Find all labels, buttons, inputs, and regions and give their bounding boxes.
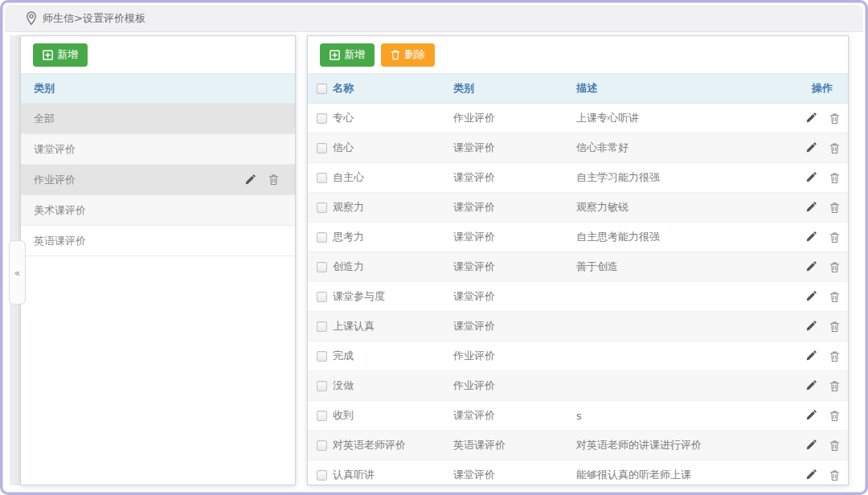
table-row[interactable]: 课堂参与度 课堂评价 <box>308 282 848 312</box>
edit-row-icon[interactable] <box>805 440 817 451</box>
row-checkbox[interactable] <box>317 143 327 153</box>
edit-row-icon[interactable] <box>805 321 817 332</box>
row-checkbox[interactable] <box>317 351 327 362</box>
table-row[interactable]: 观察力 课堂评价 观察力敏锐 <box>308 193 848 223</box>
category-label: 作业评价 <box>34 173 244 187</box>
edit-row-icon[interactable] <box>805 410 817 421</box>
delete-row-icon[interactable] <box>829 172 840 184</box>
table-row[interactable]: 专心 作业评价 上课专心听讲 <box>308 104 848 133</box>
cell-category: 课堂评价 <box>453 468 576 482</box>
delete-row-icon[interactable] <box>829 350 840 362</box>
table-row[interactable]: 没做 作业评价 <box>308 371 848 401</box>
cell-description: 自主思考能力很强 <box>576 230 790 244</box>
cell-category: 课堂评价 <box>453 200 576 215</box>
column-header-actions: 操作 <box>790 81 849 96</box>
row-checkbox[interactable] <box>317 173 327 183</box>
collapse-panel-tab[interactable]: « <box>9 240 26 305</box>
edit-row-icon[interactable] <box>805 172 817 183</box>
table-row[interactable]: 自主心 课堂评价 自主学习能力很强 <box>308 163 848 193</box>
table-row[interactable]: 对英语老师评价 英语课评价 对英语老师的讲课进行评价 <box>308 431 848 460</box>
cell-name: 课堂参与度 <box>333 289 453 304</box>
delete-row-icon[interactable] <box>829 380 840 392</box>
row-checkbox[interactable] <box>317 470 327 481</box>
edit-row-icon[interactable] <box>805 350 817 362</box>
category-label: 课堂评价 <box>34 142 279 157</box>
category-list-item[interactable]: 课堂评价 <box>21 134 295 165</box>
cell-category: 英语课评价 <box>453 438 576 452</box>
breadcrumb: 师生信>设置评价模板 <box>5 5 863 32</box>
template-table-body: 专心 作业评价 上课专心听讲 信心 课堂评价 信心非 <box>308 104 848 485</box>
column-header-name: 名称 <box>333 81 453 96</box>
column-header-category: 类别 <box>453 81 576 96</box>
row-checkbox[interactable] <box>317 440 327 451</box>
delete-row-icon[interactable] <box>829 291 840 303</box>
edit-row-icon[interactable] <box>805 469 817 481</box>
cell-description: 上课专心听讲 <box>576 111 790 125</box>
cell-name: 专心 <box>333 111 453 125</box>
delete-template-button[interactable]: 删除 <box>381 43 435 67</box>
chevron-left-double-icon: « <box>14 267 21 279</box>
cell-name: 创造力 <box>333 260 453 274</box>
delete-row-icon[interactable] <box>829 112 840 125</box>
category-list-item[interactable]: 美术课评价 <box>21 195 295 226</box>
delete-row-icon[interactable] <box>829 410 840 422</box>
edit-row-icon[interactable] <box>805 112 817 124</box>
plus-square-icon <box>43 50 53 60</box>
edit-row-icon[interactable] <box>805 261 817 272</box>
cell-description: 信心非常好 <box>576 141 790 155</box>
edit-row-icon[interactable] <box>805 291 817 302</box>
cell-name: 没做 <box>333 378 453 393</box>
cell-category: 课堂评价 <box>453 170 576 185</box>
add-category-button[interactable]: 新增 <box>33 43 88 67</box>
row-checkbox[interactable] <box>317 321 327 332</box>
cell-description: 自主学习能力很强 <box>576 170 790 185</box>
table-row[interactable]: 上课认真 课堂评价 <box>308 312 848 342</box>
delete-row-icon[interactable] <box>829 440 840 452</box>
app-frame: 师生信>设置评价模板 « 新增 类别 全部 <box>0 0 868 495</box>
table-row[interactable]: 思考力 课堂评价 自主思考能力很强 <box>308 223 848 252</box>
edit-row-icon[interactable] <box>805 142 817 153</box>
category-label: 英语课评价 <box>34 234 279 248</box>
cell-description: 善于创造 <box>576 260 790 274</box>
table-row[interactable]: 收到 课堂评价 s <box>308 401 848 431</box>
edit-category-icon[interactable] <box>244 174 256 186</box>
table-row[interactable]: 信心 课堂评价 信心非常好 <box>308 133 848 163</box>
category-list-item[interactable]: 英语课评价 <box>21 226 295 256</box>
cell-category: 课堂评价 <box>453 319 576 333</box>
column-header-description: 描述 <box>576 81 790 96</box>
delete-row-icon[interactable] <box>829 231 840 243</box>
row-checkbox[interactable] <box>317 262 327 272</box>
row-checkbox[interactable] <box>317 232 327 243</box>
delete-row-icon[interactable] <box>829 142 840 154</box>
edit-row-icon[interactable] <box>805 202 817 213</box>
cell-category: 课堂评价 <box>453 230 576 244</box>
row-checkbox[interactable] <box>317 202 327 213</box>
select-all-checkbox[interactable] <box>317 84 327 94</box>
edit-row-icon[interactable] <box>805 380 817 391</box>
table-row[interactable]: 认真听讲 课堂评价 能够很认真的听老师上课 <box>308 460 848 485</box>
cell-name: 收到 <box>333 408 453 423</box>
cell-category: 作业评价 <box>453 349 576 363</box>
edit-row-icon[interactable] <box>805 231 817 243</box>
cell-category: 作业评价 <box>453 378 576 393</box>
cell-category: 课堂评价 <box>453 408 576 423</box>
category-list-item[interactable]: 全部 <box>21 104 295 134</box>
row-checkbox[interactable] <box>317 113 327 124</box>
add-template-button[interactable]: 新增 <box>320 43 375 67</box>
cell-description: 对英语老师的讲课进行评价 <box>576 438 790 452</box>
delete-category-icon[interactable] <box>268 174 279 186</box>
delete-row-icon[interactable] <box>829 321 840 333</box>
row-checkbox[interactable] <box>317 381 327 391</box>
delete-row-icon[interactable] <box>829 261 840 273</box>
table-row[interactable]: 创造力 课堂评价 善于创造 <box>308 252 848 282</box>
row-checkbox[interactable] <box>317 292 327 302</box>
cell-name: 自主心 <box>333 170 453 185</box>
delete-row-icon[interactable] <box>829 202 840 214</box>
category-list-item[interactable]: 作业评价 <box>21 165 295 195</box>
cell-category: 作业评价 <box>453 111 576 125</box>
cell-description: s <box>576 410 790 422</box>
cell-name: 信心 <box>333 141 453 155</box>
table-row[interactable]: 完成 作业评价 <box>308 342 848 371</box>
delete-row-icon[interactable] <box>829 469 840 481</box>
row-checkbox[interactable] <box>317 411 327 421</box>
